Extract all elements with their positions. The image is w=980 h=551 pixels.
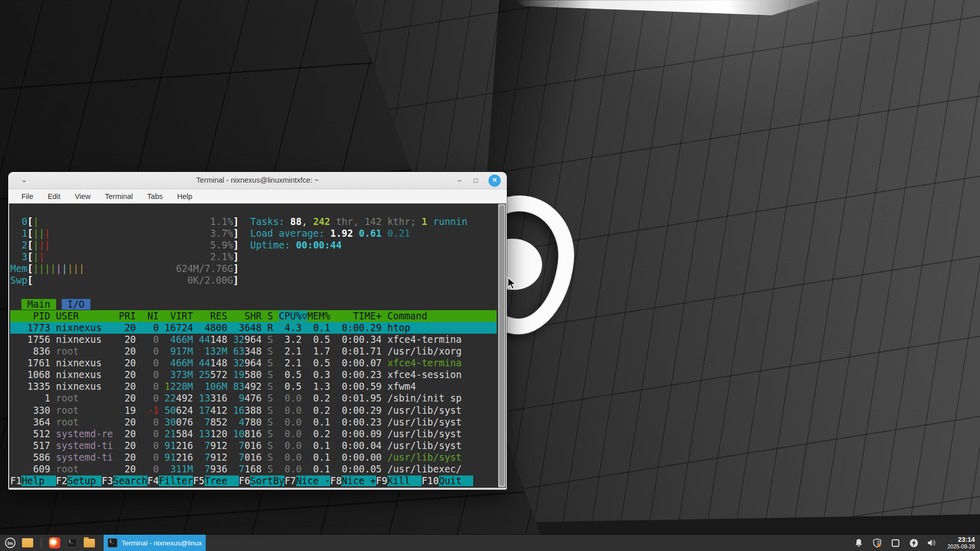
menu-tabs[interactable]: Tabs xyxy=(141,191,169,202)
fkey-label-nice-[interactable]: Nice - xyxy=(296,475,330,486)
cpu-mem-meter: Mem[||||||||| 624M/7.76G] xyxy=(10,263,497,274)
clock-date: 2025-09-28 xyxy=(947,543,975,549)
fkey-label-quit[interactable]: Quit xyxy=(439,475,473,486)
update-shield-icon[interactable] xyxy=(872,538,882,548)
screen-tabs: Main I/O xyxy=(10,298,497,310)
terminal-icon: $_ xyxy=(67,538,77,547)
cpu-mem-meter: 1[||| 3.7%] Load average: 1.92 0.61 0.21 xyxy=(10,228,497,239)
fkey-label-setup[interactable]: Setup xyxy=(67,475,102,486)
terminal-window: ⌄ Terminal - nixnexus@linuxmintxfce: ~ –… xyxy=(8,172,507,490)
menu-file[interactable]: File xyxy=(15,191,39,202)
table-header[interactable]: PID USER PRI NI VIRT RES SHR S CPU%▽MEM%… xyxy=(10,310,497,322)
process-row[interactable]: 586 systemd-ti 20 0 91216 7912 7016 S 0.… xyxy=(10,452,497,463)
files-launcher[interactable] xyxy=(21,537,34,549)
process-row[interactable]: 1335 nixnexus 20 0 1228M 106M 83492 S 0.… xyxy=(10,381,497,392)
file-manager-launcher[interactable] xyxy=(83,537,95,549)
fkey-F9[interactable]: F9 xyxy=(376,475,387,486)
clipboard-window-icon[interactable] xyxy=(890,538,900,548)
fkey-F7[interactable]: F7 xyxy=(284,475,296,486)
menu-bar: FileEditViewTerminalTabsHelp xyxy=(8,189,507,204)
close-button[interactable]: ✕ xyxy=(488,174,501,187)
process-row[interactable]: 1 root 20 0 22492 13316 9476 S 0.0 0.2 0… xyxy=(10,392,497,404)
window-title: Terminal - nixnexus@linuxmintxfce: ~ xyxy=(8,176,507,184)
mouse-cursor xyxy=(507,277,518,292)
firefox-launcher[interactable] xyxy=(48,537,61,549)
terminal-launcher[interactable]: $_ xyxy=(66,537,78,549)
cpu-mem-meter: Swp[ 0K/2.00G] xyxy=(10,274,497,286)
process-row[interactable]: 330 root 19 -1 50624 17412 16388 S 0.0 0… xyxy=(10,405,497,416)
minimize-button[interactable]: – xyxy=(456,177,463,184)
tab-io[interactable]: I/O xyxy=(62,299,90,310)
process-row[interactable]: 1773 nixnexus 20 0 16724 4800 3648 R 4.3… xyxy=(10,322,497,334)
taskbar-window-label: Terminal - nixnexus@linux... xyxy=(121,539,202,547)
process-row[interactable]: 512 systemd-re 20 0 21584 13120 10816 S … xyxy=(10,428,497,440)
titlebar[interactable]: ⌄ Terminal - nixnexus@linuxmintxfce: ~ –… xyxy=(8,172,507,189)
terminal-content[interactable]: 0[| 1.1%] Tasks: 88, 242 thr, 142 kthr; … xyxy=(8,204,507,489)
fkey-label-tree[interactable]: Tree xyxy=(205,475,239,486)
process-row[interactable]: 609 root 20 0 311M 7936 7168 S 0.0 0.1 0… xyxy=(10,463,497,475)
menu-terminal[interactable]: Terminal xyxy=(99,191,139,202)
fkey-label-search[interactable]: Search xyxy=(113,475,148,486)
fkey-F6[interactable]: F6 xyxy=(239,475,250,486)
taskbar: lm $_ $_ Terminal - nixnexus@linux... xyxy=(0,535,980,551)
svg-text:lm: lm xyxy=(8,541,13,546)
panel-separator xyxy=(41,538,41,548)
htop-screen: 0[| 1.1%] Tasks: 88, 242 thr, 142 kthr; … xyxy=(10,216,497,488)
process-row[interactable]: 364 root 20 0 30076 7852 4780 S 0.0 0.1 … xyxy=(10,416,497,428)
cpu-mem-meter: 0[| 1.1%] Tasks: 88, 242 thr, 142 kthr; … xyxy=(10,216,497,228)
folder-icon xyxy=(84,539,95,547)
mint-menu-button[interactable]: lm xyxy=(4,537,16,549)
menu-help[interactable]: Help xyxy=(171,191,199,202)
fkey-F5[interactable]: F5 xyxy=(193,475,204,486)
cpu-mem-meter: 3[|| 2.1%] xyxy=(10,251,497,263)
clock[interactable]: 23:14 2025-09-28 xyxy=(945,536,975,550)
fkey-F2[interactable]: F2 xyxy=(56,475,67,486)
fkey-label-nice-[interactable]: Nice + xyxy=(341,475,376,486)
tab-main[interactable]: Main xyxy=(21,299,56,310)
clock-time: 23:14 xyxy=(947,536,975,544)
fkey-label-sortby[interactable]: SortBy xyxy=(250,475,284,486)
process-row[interactable]: 836 root 20 0 917M 132M 63348 S 2.1 1.7 … xyxy=(10,345,497,357)
process-row[interactable]: 517 systemd-ti 20 0 91216 7912 7016 S 0.… xyxy=(10,440,497,452)
volume-icon[interactable] xyxy=(927,538,937,548)
function-key-bar: F1Help F2Setup F3SearchF4FilterF5Tree F6… xyxy=(10,475,497,487)
notifications-bell-icon[interactable] xyxy=(853,538,864,548)
fkey-label-filter[interactable]: Filter xyxy=(159,475,193,486)
wallpaper-glow xyxy=(536,0,893,138)
fkey-F1[interactable]: F1 xyxy=(10,475,21,486)
fkey-F4[interactable]: F4 xyxy=(148,475,159,486)
scrollbar[interactable] xyxy=(498,204,505,487)
fkey-F3[interactable]: F3 xyxy=(102,475,113,486)
fkey-F8[interactable]: F8 xyxy=(330,475,341,486)
blank-line xyxy=(10,287,497,298)
fkey-F10[interactable]: F10 xyxy=(422,475,439,486)
power-manager-icon[interactable] xyxy=(909,538,919,548)
maximize-button[interactable]: □ xyxy=(472,177,479,184)
firefox-icon xyxy=(49,537,60,548)
fkey-label-help[interactable]: Help xyxy=(21,475,56,486)
process-row[interactable]: 1761 nixnexus 20 0 466M 44148 32964 S 2.… xyxy=(10,357,497,369)
process-row[interactable]: 1756 nixnexus 20 0 466M 44148 32964 S 3.… xyxy=(10,334,497,345)
menu-view[interactable]: View xyxy=(68,191,96,202)
fkey-label-kill[interactable]: Kill xyxy=(387,475,422,486)
taskbar-window-button[interactable]: $_ Terminal - nixnexus@linux... xyxy=(104,535,206,551)
scrollbar-thumb[interactable] xyxy=(499,205,504,486)
menu-edit[interactable]: Edit xyxy=(41,191,66,202)
process-row[interactable]: 1068 nixnexus 20 0 373M 25572 19580 S 0.… xyxy=(10,369,497,381)
terminal-icon: $_ xyxy=(108,538,117,547)
cpu-mem-meter: 2[||| 5.9%] Uptime: 00:00:44 xyxy=(10,239,497,251)
